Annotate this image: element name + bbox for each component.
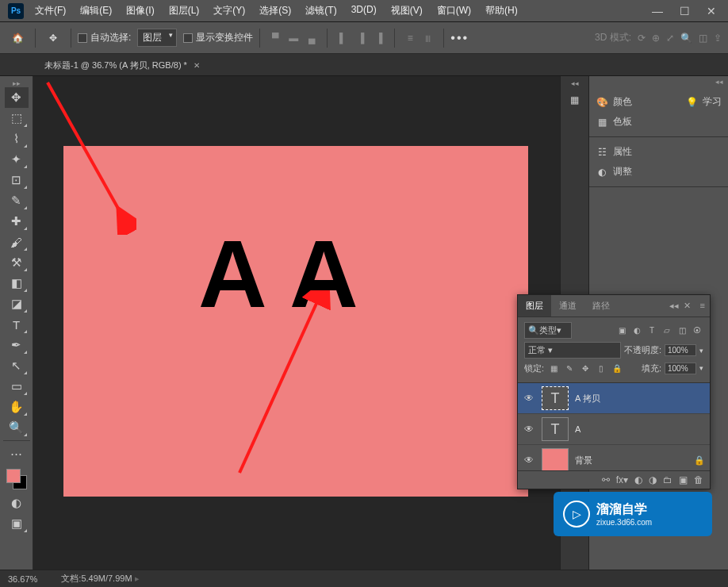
filter-smart-icon[interactable]: ◫ — [676, 324, 688, 337]
mask-icon[interactable]: ◐ — [634, 474, 642, 485]
trash-icon[interactable]: 🗑 — [694, 474, 703, 485]
eraser-tool[interactable]: ◧ — [5, 273, 29, 294]
path-select-tool[interactable]: ↖ — [5, 355, 29, 376]
eyedropper-tool[interactable]: ✎ — [5, 190, 29, 211]
quick-mask-button[interactable]: ◐ — [5, 493, 29, 513]
align-bottom-button[interactable]: ▄ — [303, 29, 320, 47]
layer-row[interactable]: 👁 T A — [518, 414, 710, 445]
pan-icon[interactable]: ⊕ — [652, 33, 660, 44]
panel-close-icon[interactable]: ✕ — [684, 301, 691, 311]
healing-tool[interactable]: ✚ — [5, 211, 29, 232]
opacity-input[interactable]: 100% — [665, 344, 696, 356]
align-hcenter-button[interactable]: ▐ — [352, 29, 370, 47]
minimize-button[interactable]: — — [644, 3, 671, 19]
align-left-button[interactable]: ▌ — [334, 29, 351, 47]
brush-tool[interactable]: 🖌 — [5, 232, 29, 252]
paths-tab[interactable]: 路径 — [584, 295, 618, 317]
filter-type-icon[interactable]: T — [646, 324, 658, 337]
hand-tool[interactable]: ✋ — [5, 397, 29, 417]
shape-tool[interactable]: ▭ — [5, 376, 29, 397]
filter-pixel-icon[interactable]: ▣ — [615, 324, 628, 337]
menu-filter[interactable]: 滤镜(T) — [299, 1, 343, 21]
menu-select[interactable]: 选择(S) — [253, 1, 297, 21]
maximize-button[interactable]: ☐ — [671, 3, 698, 19]
marquee-tool[interactable]: ⬚ — [5, 108, 29, 129]
dock-histogram-icon[interactable]: ▦ — [565, 90, 584, 109]
menu-view[interactable]: 视图(V) — [385, 1, 429, 21]
panel-menu-icon[interactable]: ≡ — [700, 301, 705, 311]
panel-menu[interactable]: ◂◂✕≡ — [665, 297, 710, 314]
blend-mode-dropdown[interactable]: 正常 ▾ — [524, 342, 621, 359]
more-options-button[interactable]: ••• — [450, 31, 469, 45]
visibility-toggle[interactable]: 👁 — [523, 455, 535, 466]
menu-edit[interactable]: 编辑(E) — [74, 1, 118, 21]
tab-close-icon[interactable]: ✕ — [193, 61, 200, 70]
menu-type[interactable]: 文字(Y) — [207, 1, 251, 21]
fill-input[interactable]: 100% — [665, 363, 696, 374]
auto-select-checkbox[interactable]: 自动选择: — [78, 31, 131, 44]
menu-window[interactable]: 窗口(W) — [431, 1, 477, 21]
foreground-color-swatch[interactable] — [6, 469, 21, 483]
layers-tab[interactable]: 图层 — [518, 295, 551, 317]
align-top-button[interactable]: ▀ — [266, 29, 284, 47]
zoom-tool[interactable]: 🔍 — [5, 417, 29, 438]
share-icon[interactable]: ⇪ — [714, 33, 722, 44]
layer-row[interactable]: 👁 背景 🔒 — [518, 445, 710, 470]
grid-icon[interactable]: ◫ — [699, 33, 707, 44]
lock-paint-icon[interactable]: ✎ — [563, 362, 576, 374]
layer-filter-dropdown[interactable]: 🔍 类型 ▾ — [524, 322, 572, 339]
menu-3d[interactable]: 3D(D) — [345, 1, 383, 21]
zoom-level[interactable]: 36.67% — [8, 574, 37, 584]
filter-shape-icon[interactable]: ▱ — [661, 324, 673, 337]
channels-tab[interactable]: 通道 — [551, 295, 584, 317]
layer-name[interactable]: A — [575, 424, 580, 434]
link-layers-icon[interactable]: ⚯ — [602, 474, 610, 485]
menu-help[interactable]: 帮助(H) — [479, 1, 524, 21]
auto-select-dropdown[interactable]: 图层 — [137, 29, 177, 47]
filter-toggle-icon[interactable]: ⦿ — [691, 324, 703, 337]
group-icon[interactable]: 🗀 — [663, 474, 672, 485]
lock-all-icon[interactable]: 🔒 — [611, 362, 623, 374]
move-tool-icon[interactable]: ✥ — [42, 27, 64, 49]
gradient-tool[interactable]: ◪ — [5, 294, 29, 314]
layer-thumbnail[interactable]: T — [542, 386, 569, 410]
zoom-icon[interactable]: ⤢ — [666, 33, 674, 44]
layer-name[interactable]: 背景 — [575, 455, 592, 466]
screen-mode-button[interactable]: ▣ — [5, 513, 29, 534]
new-layer-icon[interactable]: ▣ — [679, 474, 688, 485]
doc-info[interactable]: 文档:5.49M/7.99M ▸ — [61, 573, 139, 585]
visibility-toggle[interactable]: 👁 — [523, 424, 535, 435]
menu-layer[interactable]: 图层(L) — [163, 1, 206, 21]
filter-adjust-icon[interactable]: ◐ — [630, 324, 643, 337]
layer-thumbnail[interactable]: T — [542, 417, 569, 441]
fx-icon[interactable]: fx▾ — [616, 474, 628, 485]
edit-toolbar-button[interactable]: ⋯ — [5, 443, 29, 464]
close-button[interactable]: ✕ — [698, 3, 725, 19]
pen-tool[interactable]: ✒ — [5, 335, 29, 355]
swatches-panel-row[interactable]: ▦色板 — [596, 112, 722, 132]
adjustment-layer-icon[interactable]: ◑ — [649, 474, 657, 485]
layer-thumbnail[interactable] — [542, 448, 569, 470]
color-swatches[interactable] — [5, 469, 29, 493]
align-vcenter-button[interactable]: ▬ — [285, 29, 302, 47]
quick-select-tool[interactable]: ✦ — [5, 149, 29, 170]
home-button[interactable]: 🏠 — [6, 27, 29, 49]
menu-image[interactable]: 图像(I) — [120, 1, 160, 21]
document-tab[interactable]: 未标题-1 @ 36.7% (A 拷贝, RGB/8) * ✕ — [36, 55, 208, 75]
lock-position-icon[interactable]: ✥ — [579, 362, 592, 374]
distribute-h-button[interactable]: ⫼ — [420, 29, 437, 47]
layer-name[interactable]: A 拷贝 — [575, 393, 600, 405]
menu-file[interactable]: 文件(F) — [29, 1, 72, 21]
move-tool[interactable]: ✥ — [5, 87, 29, 108]
visibility-toggle[interactable]: 👁 — [523, 393, 535, 404]
panel-collapse-icon[interactable]: ◂◂ — [589, 76, 728, 87]
dock-collapse-icon[interactable]: ◂◂ — [561, 79, 588, 87]
lock-transparent-icon[interactable]: ▦ — [547, 362, 560, 374]
type-tool[interactable]: T — [5, 314, 29, 335]
layer-row[interactable]: 👁 T A 拷贝 — [518, 383, 710, 414]
stamp-tool[interactable]: ⚒ — [5, 252, 29, 273]
adjustments-panel-row[interactable]: ◐调整 — [596, 162, 722, 182]
lock-artboard-icon[interactable]: ▯ — [595, 362, 607, 374]
align-right-button[interactable]: ▐ — [370, 29, 388, 47]
search-icon[interactable]: 🔍 — [680, 33, 692, 44]
